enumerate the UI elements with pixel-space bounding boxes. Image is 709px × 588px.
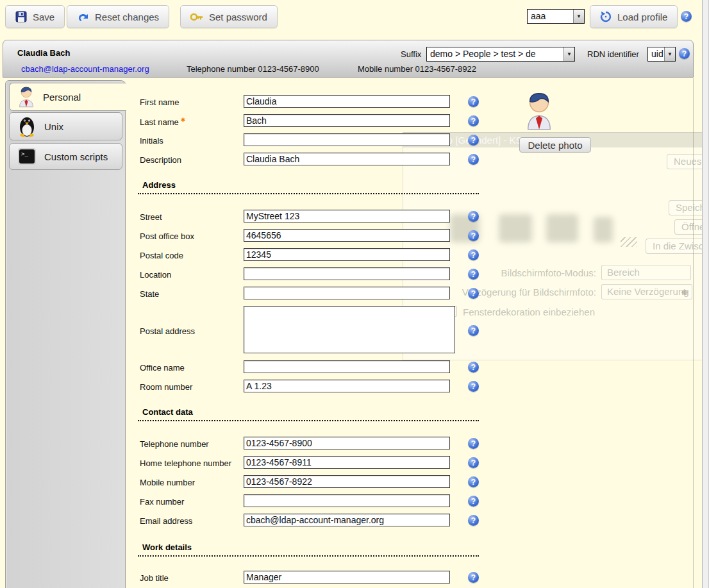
fax-number-input[interactable] — [244, 494, 450, 507]
ghost-delay-value: Keine Verzögerung — [601, 284, 692, 299]
form-row: Description — [140, 153, 486, 167]
section-heading-address: Address — [138, 180, 479, 194]
office-name-input[interactable] — [244, 360, 450, 373]
profile-select[interactable]: aaa — [527, 9, 585, 24]
account-header-bar: Claudia Bach cbach@ldap-account-manager.… — [3, 40, 694, 78]
field-label: Post office box — [140, 231, 194, 241]
help-icon[interactable] — [468, 269, 479, 280]
post-office-box-input[interactable] — [244, 229, 450, 242]
form-row: Mobile number — [140, 475, 486, 489]
rdn-identifier-label: RDN identifier — [587, 49, 639, 59]
help-icon[interactable] — [468, 325, 479, 336]
help-icon[interactable] — [681, 11, 692, 22]
ghost-preview-blob — [594, 217, 613, 242]
field-label: Fax number — [140, 497, 184, 507]
load-profile-label: Load profile — [617, 12, 667, 22]
street-input[interactable] — [244, 210, 450, 223]
rdn-select[interactable]: uid — [647, 47, 676, 62]
chevron-down-icon — [573, 10, 584, 23]
section-heading-contact: Contact data — [138, 407, 479, 421]
user-photo — [524, 90, 554, 134]
form-row: Email address — [140, 514, 486, 528]
help-icon[interactable] — [468, 249, 479, 260]
form-row: Job title — [140, 571, 486, 585]
ghost-preview-blob — [546, 214, 578, 242]
scrollbar[interactable] — [702, 0, 709, 588]
help-icon[interactable] — [468, 154, 479, 165]
tux-icon — [17, 115, 37, 138]
form-row: Fax number — [140, 494, 486, 508]
help-icon[interactable] — [468, 515, 479, 526]
field-label: Home telephone number — [140, 458, 231, 468]
form-row: Room number — [140, 380, 486, 394]
last-name-input[interactable] — [244, 114, 450, 127]
help-icon[interactable] — [468, 96, 479, 107]
field-label: Room number — [140, 382, 192, 392]
help-icon[interactable] — [468, 288, 479, 299]
help-icon[interactable] — [468, 115, 479, 126]
load-profile-button[interactable]: Load profile — [590, 5, 678, 28]
job-title-input[interactable] — [244, 571, 450, 584]
chevron-down-icon — [664, 47, 675, 61]
help-icon[interactable] — [679, 48, 690, 59]
ghost-resize-grip — [621, 237, 637, 247]
account-email-link[interactable]: cbach@ldap-account-manager.org — [21, 64, 149, 74]
set-password-button[interactable]: Set password — [180, 5, 278, 28]
form-row: State — [140, 287, 486, 301]
email-address-input[interactable] — [244, 514, 450, 526]
help-icon[interactable] — [468, 496, 479, 507]
chevron-down-icon — [563, 47, 574, 61]
home-telephone-number-input[interactable] — [244, 456, 450, 469]
save-button[interactable]: Save — [5, 5, 65, 28]
tab-unix[interactable]: Unix — [9, 112, 122, 140]
form-row: Location — [140, 267, 486, 281]
tab-custom-scripts-label: Custom scripts — [44, 151, 108, 162]
help-icon[interactable] — [468, 135, 479, 146]
save-label: Save — [33, 12, 54, 22]
help-icon[interactable] — [468, 572, 479, 583]
delete-photo-label: Delete photo — [528, 140, 582, 151]
initials-input[interactable] — [244, 133, 450, 146]
help-icon[interactable] — [468, 230, 479, 241]
help-icon[interactable] — [468, 457, 479, 468]
load-refresh-icon — [600, 11, 612, 22]
state-input[interactable] — [244, 287, 450, 299]
room-number-input[interactable] — [244, 380, 450, 392]
person-photo-icon — [524, 90, 554, 131]
field-label: First name — [140, 97, 179, 107]
field-label: Postal address — [140, 326, 195, 336]
tab-custom-scripts[interactable]: >_ Custom scripts — [9, 143, 122, 170]
field-label: Description — [140, 155, 181, 165]
help-icon[interactable] — [468, 381, 479, 392]
account-title: Claudia Bach — [17, 48, 70, 58]
form-row: Street — [140, 210, 486, 224]
help-icon[interactable] — [468, 211, 479, 222]
postal-address-textarea[interactable] — [244, 306, 455, 353]
description-input[interactable] — [244, 153, 450, 165]
postal-code-input[interactable] — [244, 248, 450, 261]
floppy-disk-icon — [15, 11, 27, 22]
person-icon — [17, 85, 35, 108]
field-label: Location — [140, 270, 171, 280]
reset-changes-button[interactable]: Reset changes — [67, 5, 169, 28]
lam-user-edit-page: device1.p [Geändert] - KSnapshot Neues B… — [0, 0, 709, 588]
key-icon — [190, 13, 203, 21]
telephone-number-input[interactable] — [244, 437, 450, 449]
suffix-select[interactable]: demo > People > test > de — [426, 47, 575, 62]
form-row: Home telephone number — [140, 456, 486, 470]
tab-personal[interactable]: Personal — [9, 83, 126, 111]
help-icon[interactable] — [468, 476, 479, 487]
help-icon[interactable] — [468, 362, 479, 373]
form-row: Initials — [140, 133, 486, 147]
set-password-label: Set password — [209, 12, 267, 22]
delete-photo-button[interactable]: Delete photo — [519, 137, 591, 153]
field-label: Mobile number — [140, 478, 195, 487]
field-label: Initials — [140, 136, 163, 146]
form-row: First name — [140, 95, 486, 109]
first-name-input[interactable] — [244, 95, 450, 108]
field-label: Telephone number — [140, 439, 209, 449]
mobile-number-input[interactable] — [244, 475, 450, 488]
help-icon[interactable] — [468, 438, 479, 449]
rdn-select-value: uid — [648, 47, 664, 61]
location-input[interactable] — [244, 267, 450, 280]
